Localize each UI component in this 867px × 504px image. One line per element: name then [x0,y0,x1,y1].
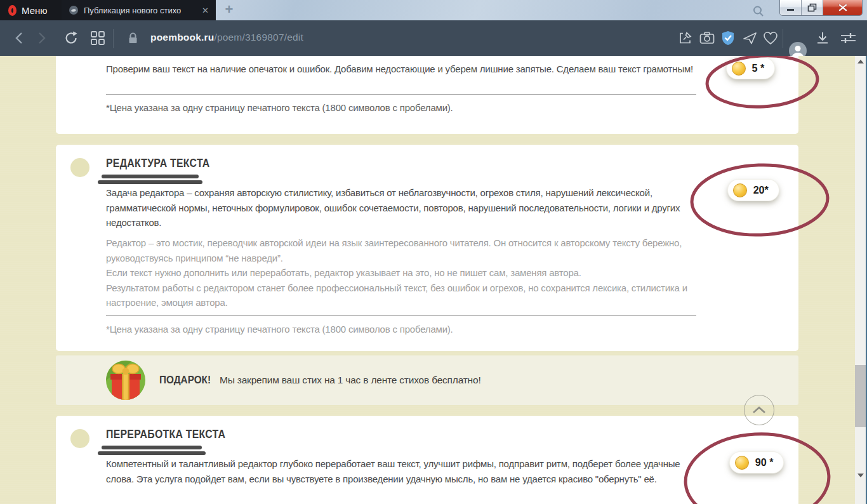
my-flow-plane-icon[interactable] [743,31,758,45]
close-icon [838,3,848,12]
url-domain: poembook.ru [150,32,214,43]
service-card-editing: РЕДАКТУРА ТЕКСТА Задача редактора – сохр… [56,145,798,351]
gift-banner: ПОДАРОК! Мы закрепим ваш стих на 1 час в… [56,355,798,405]
bookmark-heart-icon[interactable] [763,31,778,45]
scrollbar-up-button[interactable] [855,56,866,67]
editing-title: РЕДАКТУРА ТЕКСТА [106,157,210,170]
divider-line [106,94,696,95]
adblock-shield-icon[interactable] [721,30,735,46]
page-scrollbar[interactable] [855,56,866,504]
opera-menu-label: Меню [22,5,48,16]
rework-description: Компетентный и талантливый редактор глуб… [106,456,699,486]
price-note: *Цена указана за одну страницу печатного… [106,102,453,113]
toolbar-divider [113,29,114,48]
proofreading-description: Проверим ваш текст на наличие опечаток и… [106,62,699,77]
tab-title: Публикация нового стихо [84,6,195,15]
price-badge-editing[interactable]: 20* [728,180,779,201]
lock-icon[interactable] [128,32,138,44]
chevron-up-icon [752,406,766,414]
coin-icon [732,62,746,76]
restore-button[interactable] [802,0,823,15]
title-underline-bar [102,446,202,449]
gift-icon [105,359,147,401]
window-controls [779,0,863,16]
coin-icon [733,183,747,197]
minimize-button[interactable] [780,0,802,15]
close-button[interactable] [823,0,862,15]
camera-snapshot-icon[interactable] [699,31,715,45]
title-underline-bar [98,180,202,184]
forward-icon[interactable] [37,31,47,45]
reload-icon[interactable] [63,30,79,46]
scroll-to-top-button[interactable] [744,395,774,425]
editing-details: Редактор – это мостик, переводчик авторс… [106,235,699,310]
browser-toolbar: poembook.ru/poem/3169807/edit [0,20,867,56]
divider-line [106,315,696,316]
new-tab-button[interactable]: + [220,1,239,19]
price-badge-rework[interactable]: 90 * [730,452,783,473]
minimize-icon [786,3,795,12]
download-icon[interactable] [816,31,830,45]
rework-radio-button[interactable] [70,429,89,448]
triangle-up-icon [857,60,864,63]
tab-active[interactable]: Публикация нового стихо ✕ [62,0,216,20]
tab-close-icon[interactable]: ✕ [200,6,211,15]
settings-sliders-icon[interactable] [840,31,856,45]
price-badge-proofreading[interactable]: 5 * [727,58,774,79]
tab-bar: Меню Публикация нового стихо ✕ + [0,0,867,20]
back-icon[interactable] [14,31,24,45]
price-value: 90 * [755,456,774,469]
address-bar[interactable]: poembook.ru/poem/3169807/edit [150,32,303,43]
page-content: Проверим ваш текст на наличие опечаток и… [0,56,867,504]
gift-label: ПОДАРОК! [159,374,211,387]
tab-favicon-icon [69,5,79,15]
scrollbar-down-button[interactable] [855,470,866,481]
speed-dial-icon[interactable] [90,30,105,46]
service-card-rework: ПЕРЕРАБОТКА ТЕКСТА Компетентный и талант… [56,416,798,504]
price-value: 5 * [752,62,765,75]
opera-menu-button[interactable]: Меню [0,0,62,20]
search-icon[interactable] [751,4,765,18]
editing-intro: Задача редактора – сохраняя авторскую ст… [106,185,699,230]
title-underline-bar [102,175,199,178]
editing-radio-button[interactable] [70,158,89,177]
url-path: /poem/3169807/edit [214,32,303,43]
title-underline-bar [98,451,206,455]
scrollbar-thumb[interactable] [855,365,866,427]
browser-window: Меню Публикация нового стихо ✕ + [0,0,867,504]
pinboard-icon[interactable] [678,31,692,46]
price-value: 20* [753,184,769,197]
restore-icon [807,3,817,12]
service-card-proofreading: Проверим ваш текст на наличие опечаток и… [56,56,798,134]
toolbar-divider-2 [783,29,783,48]
triangle-down-icon [857,474,864,477]
gift-text: Мы закрепим ваш стих на 1 час в ленте ст… [220,375,481,386]
rework-title: ПЕРЕРАБОТКА ТЕКСТА [106,428,225,441]
coin-icon [735,456,749,470]
opera-logo-icon [8,5,17,16]
price-note: *Цена указана за одну страницу печатного… [106,324,453,335]
